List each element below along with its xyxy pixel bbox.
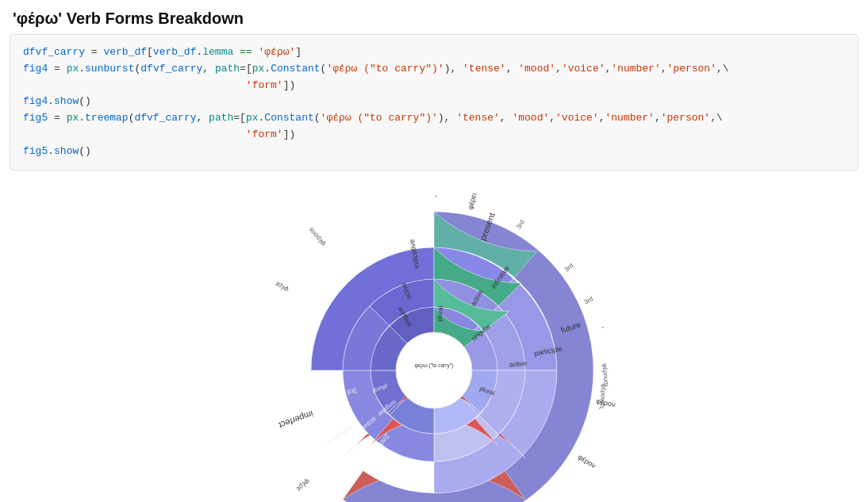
- svg-text:3rd: 3rd: [515, 218, 526, 230]
- svg-point-4: [396, 332, 472, 408]
- svg-text:φέρε: φέρε: [273, 280, 290, 294]
- svg-text:φέρε: φέρε: [295, 477, 312, 493]
- code-line-5: fig5 = px.treemap(dfvf_carry, path=[px.C…: [23, 110, 845, 127]
- svg-text:-: -: [601, 322, 605, 330]
- code-line-5b: 'form']): [23, 127, 845, 144]
- svg-text:φέρον: φέρον: [577, 452, 597, 469]
- svg-text:φέρουσι: φέρουσι: [601, 362, 610, 386]
- chart-container: φέρω ("to carry") present imperfect futu…: [0, 180, 868, 502]
- sunburst-chart: φέρω ("to carry") present imperfect futu…: [252, 188, 616, 502]
- svg-text:3rd: 3rd: [583, 295, 594, 305]
- svg-text:φέρει: φέρει: [467, 192, 478, 210]
- svg-text:φέροιτε: φέροιτε: [306, 225, 327, 247]
- code-line-7: fig5.show(): [23, 144, 845, 160]
- code-line-2: fig4 = px.sunburst(dfvf_carry, path=[px.…: [23, 61, 845, 78]
- code-block: dfvf_carry = verb_df[verb_df.lemma == 'φ…: [10, 34, 858, 171]
- svg-text:imperfect: imperfect: [278, 408, 315, 430]
- svg-text:φέρω ("to carry"): φέρω ("to carry"): [415, 362, 453, 369]
- svg-text:active: active: [509, 358, 527, 368]
- svg-text:plural: plural: [436, 305, 444, 321]
- page-title: 'φέρω' Verb Forms Breakdown: [0, 0, 868, 34]
- code-line-4: fig4.show(): [23, 94, 845, 110]
- svg-text:-: -: [432, 195, 440, 197]
- code-line-1: dfvf_carry = verb_df[verb_df.lemma == 'φ…: [23, 44, 845, 61]
- code-line-2b: 'form']): [23, 78, 845, 94]
- svg-text:3rd: 3rd: [563, 262, 575, 273]
